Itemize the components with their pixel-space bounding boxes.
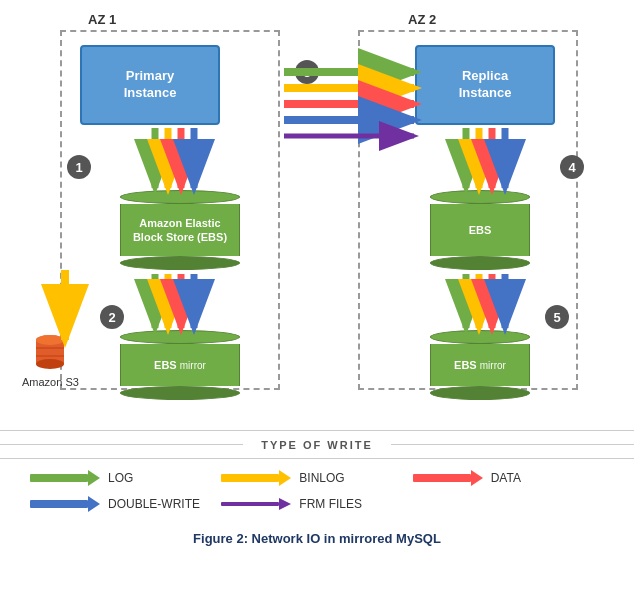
s3-icon: Amazon S3 [22, 330, 79, 388]
tow-line-left [0, 444, 243, 445]
data-label: DATA [491, 471, 521, 485]
circle-2: 2 [100, 305, 124, 329]
ebs-mirror-right-bottom [430, 386, 530, 400]
ebs-mirror-left-label: EBS mirror [154, 358, 206, 372]
legend-item-binlog: BINLOG [221, 469, 412, 487]
legend-rows: LOG BINLOG DATA [0, 459, 634, 523]
log-label: LOG [108, 471, 133, 485]
ebs-main-body: Amazon ElasticBlock Store (EBS) [120, 204, 240, 256]
primary-instance-box: PrimaryInstance [80, 45, 220, 125]
ebs-main-bottom [120, 256, 240, 270]
svg-point-2 [36, 359, 64, 369]
legend-item-data: DATA [413, 469, 604, 487]
binlog-arrow-svg [221, 469, 291, 487]
ebs-mirror-left-shape: EBS mirror [120, 330, 240, 400]
svg-marker-39 [279, 470, 291, 486]
s3-label: Amazon S3 [22, 376, 79, 388]
svg-marker-43 [88, 496, 100, 512]
svg-rect-44 [221, 502, 279, 506]
svg-rect-40 [413, 474, 471, 482]
circle-3: 3 [295, 60, 319, 84]
type-of-write-text: TYPE OF WRITE [243, 439, 391, 451]
ebs-mirror-left-body: EBS mirror [120, 344, 240, 386]
tow-line-right [391, 444, 634, 445]
az2-label: AZ 2 [408, 12, 436, 27]
ebs-mirror-right-shape: EBS mirror [430, 330, 530, 400]
ebs-main-label: Amazon ElasticBlock Store (EBS) [133, 216, 227, 245]
ebs-mirror-left-top [120, 330, 240, 344]
ebs-mirror-right-top [430, 330, 530, 344]
replica-instance-box: ReplicaInstance [415, 45, 555, 125]
ebs-right-body: EBS [430, 204, 530, 256]
ebs-main-shape: Amazon ElasticBlock Store (EBS) [120, 190, 240, 270]
legend-area: TYPE OF WRITE LOG [0, 430, 634, 611]
ebs-mirror-left-bottom [120, 386, 240, 400]
legend-item-log: LOG [30, 469, 221, 487]
legend-row-2: DOUBLE-WRITE FRM FILES [30, 495, 604, 513]
az1-label: AZ 1 [88, 12, 116, 27]
legend-row-1: LOG BINLOG DATA [30, 469, 604, 487]
type-of-write-bar: TYPE OF WRITE [0, 431, 634, 459]
svg-marker-45 [279, 498, 291, 510]
log-arrow-svg [30, 469, 100, 487]
circle-1: 1 [67, 155, 91, 179]
s3-svg [28, 330, 72, 374]
data-arrow-svg [413, 469, 483, 487]
legend-item-doublewrite: DOUBLE-WRITE [30, 495, 221, 513]
svg-rect-36 [30, 474, 88, 482]
svg-marker-41 [471, 470, 483, 486]
ebs-main-top [120, 190, 240, 204]
diagram-area: AZ 1 AZ 2 PrimaryInstance ReplicaInstanc… [0, 0, 634, 430]
ebs-right-bottom [430, 256, 530, 270]
doublewrite-label: DOUBLE-WRITE [108, 497, 200, 511]
svg-marker-37 [88, 470, 100, 486]
binlog-label: BINLOG [299, 471, 344, 485]
primary-instance-label: PrimaryInstance [124, 68, 177, 102]
legend-item-frmfiles: FRM FILES [221, 495, 412, 513]
circle-4: 4 [560, 155, 584, 179]
ebs-right-label: EBS [469, 223, 492, 237]
svg-rect-42 [30, 500, 88, 508]
ebs-mirror-right-body: EBS mirror [430, 344, 530, 386]
circle-5: 5 [545, 305, 569, 329]
frmfiles-arrow-svg [221, 495, 291, 513]
svg-rect-38 [221, 474, 279, 482]
ebs-right-shape: EBS [430, 190, 530, 270]
ebs-right-top [430, 190, 530, 204]
replica-instance-label: ReplicaInstance [459, 68, 512, 102]
doublewrite-arrow-svg [30, 495, 100, 513]
frmfiles-label: FRM FILES [299, 497, 362, 511]
figure-caption: Figure 2: Network IO in mirrored MySQL [0, 523, 634, 550]
svg-point-3 [36, 335, 64, 345]
ebs-mirror-right-label: EBS mirror [454, 358, 506, 372]
